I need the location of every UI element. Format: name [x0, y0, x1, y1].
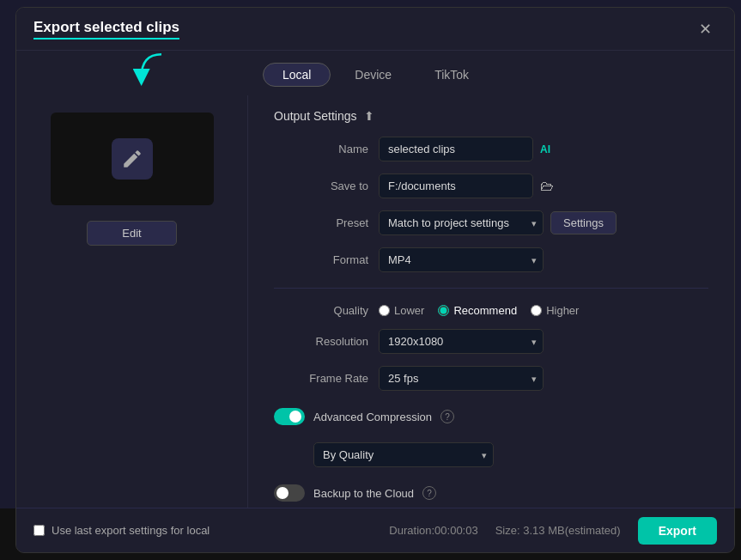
by-quality-select-wrap: By Quality [313, 442, 494, 467]
advanced-compression-help-icon[interactable]: ? [440, 410, 454, 423]
quality-lower-label: Lower [394, 304, 424, 317]
by-quality-select[interactable]: By Quality [313, 442, 494, 467]
quality-recommend-label: Recommend [453, 304, 517, 317]
folder-icon[interactable]: 🗁 [540, 179, 554, 194]
tab-local[interactable]: Local [263, 63, 331, 87]
quality-higher-option[interactable]: Higher [531, 304, 579, 317]
output-settings-label: Output Settings [274, 109, 357, 123]
format-row: MP4 [379, 247, 708, 272]
resolution-select[interactable]: 1920x1080 [379, 329, 544, 354]
duration-label: Duration:00:00:03 [389, 524, 477, 537]
use-last-settings-label[interactable]: Use last export settings for local [33, 524, 210, 537]
output-settings-heading: Output Settings ⬆ [274, 109, 708, 123]
format-label: Format [274, 253, 368, 266]
quality-higher-radio[interactable] [531, 305, 542, 316]
backup-cloud-row: Backup to the Cloud ? [274, 479, 708, 507]
resolution-label: Resolution [274, 335, 368, 348]
preview-area: Edit [16, 95, 248, 551]
export-dialog: Export selected clips ✕ Local Device Tik… [15, 7, 735, 553]
frame-rate-row: 25 fps [379, 366, 708, 391]
frame-rate-select-wrap: 25 fps [379, 366, 544, 391]
quality-recommend-option[interactable]: Recommend [438, 304, 517, 317]
ai-icon: AI [540, 143, 550, 155]
quality-label: Quality [274, 304, 368, 317]
dialog-body: Edit Output Settings ⬆ Name AI Save to � [16, 95, 734, 551]
preset-label: Preset [274, 216, 368, 229]
preview-thumbnail [51, 113, 214, 205]
advanced-compression-toggle[interactable] [274, 408, 305, 425]
export-button[interactable]: Export [638, 517, 717, 545]
share-icon: ⬆ [364, 109, 374, 123]
advanced-compression-row: Advanced Compression ? [274, 403, 708, 430]
preset-select[interactable]: Match to project settings [379, 210, 544, 235]
tabs-row: Local Device TikTok [16, 51, 734, 95]
format-select-wrap: MP4 [379, 247, 544, 272]
advanced-compression-label: Advanced Compression [313, 411, 432, 423]
by-quality-row: By Quality [274, 442, 708, 467]
preset-select-wrap: Match to project settings [379, 210, 544, 235]
quality-recommend-radio[interactable] [438, 305, 449, 316]
footer-info: Duration:00:00:03 Size: 3.13 MB(estimate… [389, 517, 717, 545]
frame-rate-label: Frame Rate [274, 372, 368, 385]
backup-cloud-label: Backup to the Cloud [313, 487, 414, 500]
quality-row: Lower Recommend Higher [379, 304, 708, 317]
dialog-footer: Use last export settings for local Durat… [16, 508, 734, 552]
settings-panel: Output Settings ⬆ Name AI Save to 🗁 Pres… [248, 95, 734, 551]
divider-1 [274, 288, 708, 289]
resolution-select-wrap: 1920x1080 [379, 329, 544, 354]
backup-cloud-toggle[interactable] [274, 484, 305, 502]
tab-tiktok[interactable]: TikTok [416, 64, 488, 86]
name-field-row: AI [379, 137, 708, 161]
backup-toggle-slider [274, 484, 305, 502]
quality-higher-label: Higher [546, 304, 579, 317]
save-to-row: 🗁 [379, 173, 708, 198]
resolution-row: 1920x1080 [379, 329, 708, 354]
save-to-input[interactable] [379, 173, 533, 198]
quality-lower-radio[interactable] [379, 305, 390, 316]
dialog-header: Export selected clips ✕ [16, 8, 734, 51]
frame-rate-select[interactable]: 25 fps [379, 366, 544, 391]
dialog-title: Export selected clips [33, 19, 179, 40]
size-label: Size: 3.13 MB(estimated) [495, 524, 621, 537]
close-button[interactable]: ✕ [693, 17, 717, 41]
pencil-icon [112, 138, 153, 180]
preset-row: Match to project settings Settings [379, 210, 708, 235]
format-select[interactable]: MP4 [379, 247, 544, 272]
toggle-slider [274, 408, 305, 425]
backup-cloud-help-icon[interactable]: ? [422, 486, 436, 500]
settings-button[interactable]: Settings [550, 211, 616, 234]
use-last-settings-text: Use last export settings for local [52, 524, 210, 537]
tab-device[interactable]: Device [336, 64, 410, 86]
settings-grid: Name AI Save to 🗁 Preset Match to proj [274, 137, 708, 507]
save-to-label: Save to [274, 180, 368, 192]
use-last-settings-checkbox[interactable] [33, 525, 45, 536]
name-input[interactable] [379, 137, 533, 161]
edit-button[interactable]: Edit [87, 221, 176, 246]
name-label: Name [274, 143, 368, 155]
quality-lower-option[interactable]: Lower [379, 304, 424, 317]
